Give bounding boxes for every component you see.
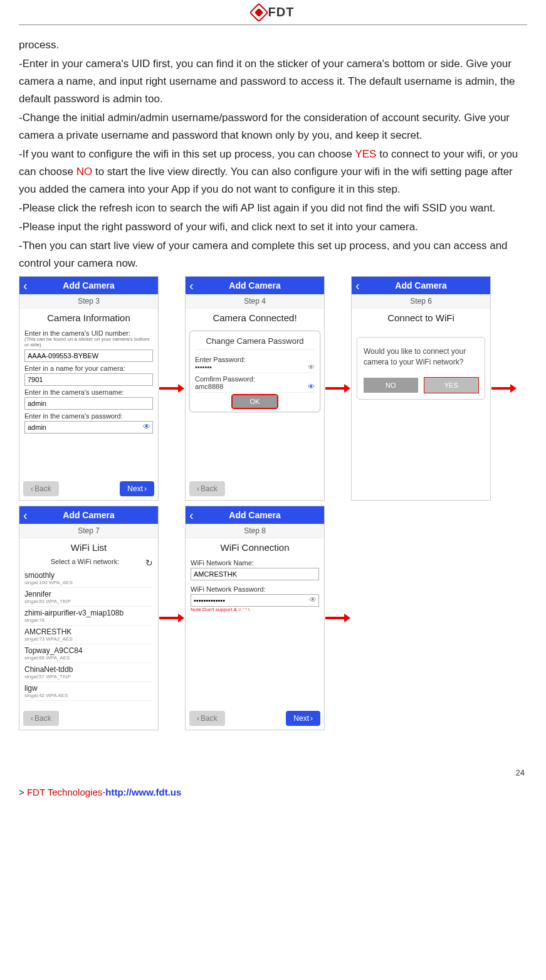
wifi-name-input[interactable] bbox=[191, 568, 319, 580]
wifi-item[interactable]: smoothlysingal:100 WPA_AES bbox=[24, 569, 153, 588]
svg-marker-9 bbox=[344, 614, 350, 622]
refresh-icon[interactable]: ↻ bbox=[145, 558, 153, 568]
arrow-icon bbox=[325, 382, 351, 395]
para-3: -If you want to configure the wifi in th… bbox=[19, 146, 527, 198]
eye-icon[interactable]: 👁 bbox=[308, 383, 315, 390]
uid-hint: (This can be found on a sticker on your … bbox=[24, 337, 153, 348]
back-chevron-icon[interactable]: ‹ bbox=[355, 279, 360, 292]
header-title: Add Camera bbox=[229, 510, 280, 520]
para-1: -Enter in your camera's UID first, you c… bbox=[19, 55, 527, 108]
next-button[interactable]: Next › bbox=[120, 481, 154, 496]
eye-icon[interactable]: 👁 bbox=[309, 595, 317, 604]
password-note: Note:Don't support & = ' " \ bbox=[191, 607, 319, 612]
app-header: ‹ Add Camera bbox=[352, 277, 490, 294]
instruction-text: process. -Enter in your camera's UID fir… bbox=[19, 36, 527, 273]
arrow-icon bbox=[159, 612, 185, 624]
logo-icon bbox=[249, 3, 268, 22]
brand-text: FDT bbox=[268, 5, 295, 19]
screen-title: Camera Information bbox=[19, 309, 158, 327]
wifi-item[interactable]: Jennifersingal:83 WPA_TKIP bbox=[24, 588, 153, 607]
screen-title: Camera Connected! bbox=[186, 309, 324, 327]
footer-company: FDT Technologies- bbox=[27, 787, 105, 797]
step-label: Step 7 bbox=[19, 524, 158, 538]
arrow-icon bbox=[159, 382, 185, 395]
screen-step4: ‹ Add Camera Step 4 Camera Connected! Ch… bbox=[185, 276, 325, 501]
username-input[interactable] bbox=[24, 397, 153, 410]
no-button[interactable]: NO bbox=[364, 378, 418, 393]
para-6: -Then you can start live view of your ca… bbox=[19, 237, 527, 272]
screen-step3: ‹ Add Camera Step 3 Camera Information E… bbox=[19, 276, 159, 501]
para-0: process. bbox=[19, 36, 527, 54]
wifi-item[interactable]: ChinaNet-tddbsingal:57 WPA_TKIP bbox=[24, 663, 153, 682]
back-chevron-icon[interactable]: ‹ bbox=[189, 509, 194, 521]
wifi-name-label: WiFi Network Name: bbox=[191, 559, 319, 567]
enter-password-value[interactable]: ••••••• bbox=[195, 363, 212, 371]
confirm-password-label: Comfirm Password: bbox=[195, 375, 315, 383]
app-header: ‹ Add Camera bbox=[186, 506, 324, 524]
step-label: Step 3 bbox=[19, 294, 158, 309]
no-word: NO bbox=[76, 166, 93, 178]
header-title: Add Camera bbox=[229, 280, 280, 290]
svg-marker-7 bbox=[178, 614, 184, 622]
back-chevron-icon[interactable]: ‹ bbox=[189, 279, 194, 292]
name-input[interactable] bbox=[24, 373, 153, 386]
wifi-pass-input[interactable] bbox=[191, 594, 319, 607]
wifi-item[interactable]: Topway_A9CC84singal:68 WPA_AES bbox=[24, 644, 153, 663]
enter-password-label: Enter Password: bbox=[195, 356, 315, 363]
eye-icon[interactable]: 👁 bbox=[143, 422, 150, 431]
arrow-icon bbox=[491, 382, 517, 395]
arrow-icon bbox=[325, 612, 351, 624]
wifi-item[interactable]: ligwsingal:42 WPA AES bbox=[24, 682, 153, 701]
screen-title: Connect to WiFi bbox=[352, 309, 490, 327]
confirm-password-value[interactable]: amc8888 bbox=[195, 383, 223, 390]
name-label: Enter in a name for your camera: bbox=[24, 365, 153, 372]
svg-marker-3 bbox=[344, 384, 350, 393]
para-5: -Please input the right password of your… bbox=[19, 218, 527, 236]
ok-button[interactable]: OK bbox=[232, 395, 278, 408]
back-chevron-icon[interactable]: ‹ bbox=[23, 279, 28, 292]
back-button[interactable]: ‹ Back bbox=[23, 711, 59, 726]
uid-input[interactable] bbox=[24, 349, 153, 362]
back-button[interactable]: ‹ Back bbox=[189, 711, 225, 726]
select-network-label: Select a WiFi network: ↻ bbox=[24, 557, 153, 569]
para-2: -Change the initial admin/admin username… bbox=[19, 109, 527, 144]
wifi-pass-label: WiFi Network Password: bbox=[191, 585, 319, 593]
step-label: Step 4 bbox=[186, 294, 324, 309]
step-label: Step 8 bbox=[186, 524, 324, 538]
eye-icon[interactable]: 👁 bbox=[308, 363, 315, 371]
app-header: ‹ Add Camera bbox=[19, 277, 158, 294]
header-title: Add Camera bbox=[395, 280, 446, 290]
brand-logo: FDT bbox=[252, 5, 295, 19]
wifi-question-box: Would you like to connect your camera to… bbox=[357, 337, 485, 400]
screen-step7: ‹ Add Camera Step 7 WiFi List Select a W… bbox=[19, 506, 159, 730]
header-title: Add Camera bbox=[63, 510, 114, 520]
back-button[interactable]: ‹ Back bbox=[189, 481, 225, 496]
app-header: ‹ Add Camera bbox=[19, 506, 158, 524]
wifi-question: Would you like to connect your camera to… bbox=[364, 346, 478, 368]
svg-marker-5 bbox=[510, 384, 517, 393]
step-label: Step 6 bbox=[352, 294, 490, 309]
back-button[interactable]: ‹ Back bbox=[23, 481, 59, 496]
screen-step6: ‹ Add Camera Step 6 Connect to WiFi Woul… bbox=[351, 276, 491, 501]
modal-title: Change Camera Password bbox=[195, 336, 315, 350]
wifi-item[interactable]: AMCRESTHKsingal:73 WPA2_AES bbox=[24, 626, 153, 644]
page-number: 24 bbox=[516, 768, 525, 777]
app-header: ‹ Add Camera bbox=[186, 277, 324, 294]
next-button[interactable]: Next › bbox=[286, 711, 320, 726]
footer-url[interactable]: http://www.fdt.us bbox=[105, 787, 181, 797]
yes-word: YES bbox=[355, 148, 376, 160]
back-chevron-icon[interactable]: ‹ bbox=[23, 509, 28, 521]
yes-button[interactable]: YES bbox=[424, 378, 479, 393]
user-label: Enter in the camera's username: bbox=[24, 388, 153, 396]
para-4: -Please click the refresh icon to search… bbox=[19, 200, 527, 217]
page-header: FDT bbox=[19, 0, 527, 25]
page-footer: > 24 FDT Technologies-http://www.fdt.us bbox=[19, 780, 527, 801]
screen-step8: ‹ Add Camera Step 8 WiFi Connection WiFi… bbox=[185, 506, 325, 730]
change-password-modal: Change Camera Password Enter Password: •… bbox=[189, 331, 320, 412]
header-title: Add Camera bbox=[63, 280, 114, 290]
password-input[interactable] bbox=[24, 421, 153, 434]
screen-title: WiFi Connection bbox=[186, 538, 324, 557]
screen-title: WiFi List bbox=[19, 538, 158, 557]
wifi-item[interactable]: zhimi-airpurifier-v3_miap108bsingal:78 bbox=[24, 607, 153, 626]
svg-marker-1 bbox=[178, 384, 184, 393]
